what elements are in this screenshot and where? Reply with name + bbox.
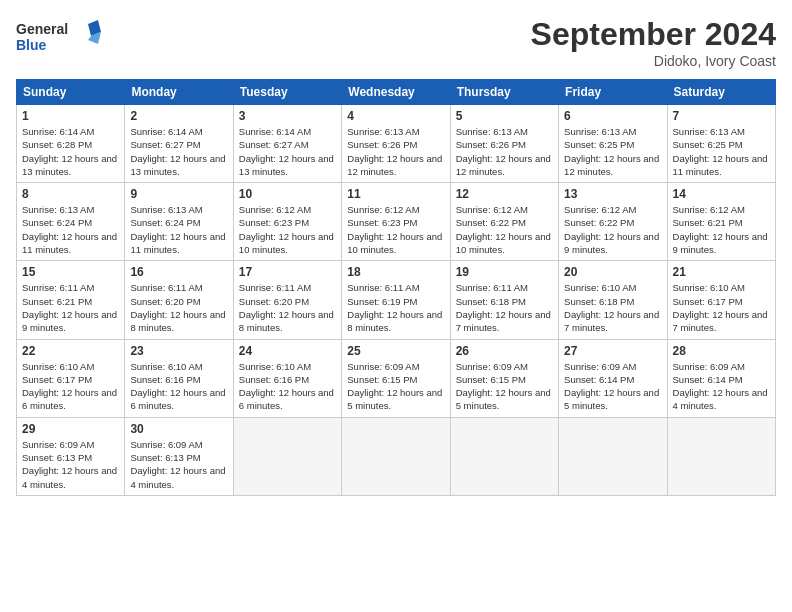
table-row: 26Sunrise: 6:09 AMSunset: 6:15 PMDayligh…: [450, 339, 558, 417]
day-number: 6: [564, 109, 661, 123]
day-number: 11: [347, 187, 444, 201]
col-monday: Monday: [125, 80, 233, 105]
svg-text:General: General: [16, 21, 68, 37]
day-number: 12: [456, 187, 553, 201]
day-number: 26: [456, 344, 553, 358]
table-row: 29Sunrise: 6:09 AMSunset: 6:13 PMDayligh…: [17, 417, 125, 495]
day-number: 25: [347, 344, 444, 358]
table-row: 9Sunrise: 6:13 AMSunset: 6:24 PMDaylight…: [125, 183, 233, 261]
col-thursday: Thursday: [450, 80, 558, 105]
day-number: 5: [456, 109, 553, 123]
col-tuesday: Tuesday: [233, 80, 341, 105]
day-number: 19: [456, 265, 553, 279]
day-number: 15: [22, 265, 119, 279]
day-info: Sunrise: 6:12 AMSunset: 6:22 PMDaylight:…: [564, 203, 661, 256]
table-row: 20Sunrise: 6:10 AMSunset: 6:18 PMDayligh…: [559, 261, 667, 339]
table-row: 19Sunrise: 6:11 AMSunset: 6:18 PMDayligh…: [450, 261, 558, 339]
table-row: [342, 417, 450, 495]
table-row: [667, 417, 775, 495]
table-row: 4Sunrise: 6:13 AMSunset: 6:26 PMDaylight…: [342, 105, 450, 183]
day-info: Sunrise: 6:12 AMSunset: 6:23 PMDaylight:…: [239, 203, 336, 256]
col-saturday: Saturday: [667, 80, 775, 105]
day-info: Sunrise: 6:12 AMSunset: 6:23 PMDaylight:…: [347, 203, 444, 256]
day-info: Sunrise: 6:09 AMSunset: 6:13 PMDaylight:…: [22, 438, 119, 491]
table-row: 8Sunrise: 6:13 AMSunset: 6:24 PMDaylight…: [17, 183, 125, 261]
day-info: Sunrise: 6:09 AMSunset: 6:15 PMDaylight:…: [456, 360, 553, 413]
day-info: Sunrise: 6:09 AMSunset: 6:13 PMDaylight:…: [130, 438, 227, 491]
table-row: 17Sunrise: 6:11 AMSunset: 6:20 PMDayligh…: [233, 261, 341, 339]
table-row: 15Sunrise: 6:11 AMSunset: 6:21 PMDayligh…: [17, 261, 125, 339]
day-number: 8: [22, 187, 119, 201]
table-row: 16Sunrise: 6:11 AMSunset: 6:20 PMDayligh…: [125, 261, 233, 339]
day-info: Sunrise: 6:10 AMSunset: 6:18 PMDaylight:…: [564, 281, 661, 334]
day-number: 28: [673, 344, 770, 358]
table-row: 23Sunrise: 6:10 AMSunset: 6:16 PMDayligh…: [125, 339, 233, 417]
table-row: [559, 417, 667, 495]
day-info: Sunrise: 6:11 AMSunset: 6:19 PMDaylight:…: [347, 281, 444, 334]
day-number: 21: [673, 265, 770, 279]
day-info: Sunrise: 6:12 AMSunset: 6:22 PMDaylight:…: [456, 203, 553, 256]
table-row: 6Sunrise: 6:13 AMSunset: 6:25 PMDaylight…: [559, 105, 667, 183]
table-row: 21Sunrise: 6:10 AMSunset: 6:17 PMDayligh…: [667, 261, 775, 339]
table-row: 30Sunrise: 6:09 AMSunset: 6:13 PMDayligh…: [125, 417, 233, 495]
day-info: Sunrise: 6:11 AMSunset: 6:18 PMDaylight:…: [456, 281, 553, 334]
day-number: 23: [130, 344, 227, 358]
table-row: [450, 417, 558, 495]
day-info: Sunrise: 6:13 AMSunset: 6:25 PMDaylight:…: [564, 125, 661, 178]
day-info: Sunrise: 6:11 AMSunset: 6:20 PMDaylight:…: [130, 281, 227, 334]
svg-text:Blue: Blue: [16, 37, 47, 53]
day-info: Sunrise: 6:09 AMSunset: 6:15 PMDaylight:…: [347, 360, 444, 413]
day-number: 13: [564, 187, 661, 201]
title-block: September 2024 Didoko, Ivory Coast: [531, 16, 776, 69]
day-info: Sunrise: 6:13 AMSunset: 6:24 PMDaylight:…: [22, 203, 119, 256]
day-info: Sunrise: 6:09 AMSunset: 6:14 PMDaylight:…: [673, 360, 770, 413]
day-info: Sunrise: 6:14 AMSunset: 6:27 PMDaylight:…: [130, 125, 227, 178]
month-title: September 2024: [531, 16, 776, 53]
table-row: 3Sunrise: 6:14 AMSunset: 6:27 AMDaylight…: [233, 105, 341, 183]
day-number: 16: [130, 265, 227, 279]
location: Didoko, Ivory Coast: [531, 53, 776, 69]
table-row: 27Sunrise: 6:09 AMSunset: 6:14 PMDayligh…: [559, 339, 667, 417]
day-number: 18: [347, 265, 444, 279]
table-row: 14Sunrise: 6:12 AMSunset: 6:21 PMDayligh…: [667, 183, 775, 261]
table-row: 1Sunrise: 6:14 AMSunset: 6:28 PMDaylight…: [17, 105, 125, 183]
table-row: 18Sunrise: 6:11 AMSunset: 6:19 PMDayligh…: [342, 261, 450, 339]
header: General Blue September 2024 Didoko, Ivor…: [16, 16, 776, 69]
logo-text: General Blue: [16, 16, 106, 60]
day-info: Sunrise: 6:10 AMSunset: 6:16 PMDaylight:…: [239, 360, 336, 413]
page: General Blue September 2024 Didoko, Ivor…: [0, 0, 792, 612]
table-row: 2Sunrise: 6:14 AMSunset: 6:27 PMDaylight…: [125, 105, 233, 183]
day-info: Sunrise: 6:11 AMSunset: 6:20 PMDaylight:…: [239, 281, 336, 334]
col-wednesday: Wednesday: [342, 80, 450, 105]
table-row: 28Sunrise: 6:09 AMSunset: 6:14 PMDayligh…: [667, 339, 775, 417]
table-row: 22Sunrise: 6:10 AMSunset: 6:17 PMDayligh…: [17, 339, 125, 417]
table-row: 13Sunrise: 6:12 AMSunset: 6:22 PMDayligh…: [559, 183, 667, 261]
day-number: 30: [130, 422, 227, 436]
table-row: [233, 417, 341, 495]
day-info: Sunrise: 6:11 AMSunset: 6:21 PMDaylight:…: [22, 281, 119, 334]
day-number: 2: [130, 109, 227, 123]
day-number: 20: [564, 265, 661, 279]
table-row: 7Sunrise: 6:13 AMSunset: 6:25 PMDaylight…: [667, 105, 775, 183]
day-number: 4: [347, 109, 444, 123]
col-sunday: Sunday: [17, 80, 125, 105]
day-number: 22: [22, 344, 119, 358]
day-number: 14: [673, 187, 770, 201]
day-info: Sunrise: 6:13 AMSunset: 6:24 PMDaylight:…: [130, 203, 227, 256]
day-number: 24: [239, 344, 336, 358]
day-info: Sunrise: 6:10 AMSunset: 6:17 PMDaylight:…: [673, 281, 770, 334]
col-friday: Friday: [559, 80, 667, 105]
table-row: 24Sunrise: 6:10 AMSunset: 6:16 PMDayligh…: [233, 339, 341, 417]
day-number: 1: [22, 109, 119, 123]
day-info: Sunrise: 6:14 AMSunset: 6:28 PMDaylight:…: [22, 125, 119, 178]
table-row: 25Sunrise: 6:09 AMSunset: 6:15 PMDayligh…: [342, 339, 450, 417]
table-row: 10Sunrise: 6:12 AMSunset: 6:23 PMDayligh…: [233, 183, 341, 261]
day-number: 10: [239, 187, 336, 201]
day-info: Sunrise: 6:10 AMSunset: 6:16 PMDaylight:…: [130, 360, 227, 413]
day-info: Sunrise: 6:12 AMSunset: 6:21 PMDaylight:…: [673, 203, 770, 256]
day-number: 9: [130, 187, 227, 201]
day-number: 29: [22, 422, 119, 436]
day-number: 3: [239, 109, 336, 123]
day-info: Sunrise: 6:10 AMSunset: 6:17 PMDaylight:…: [22, 360, 119, 413]
calendar-table: Sunday Monday Tuesday Wednesday Thursday…: [16, 79, 776, 496]
